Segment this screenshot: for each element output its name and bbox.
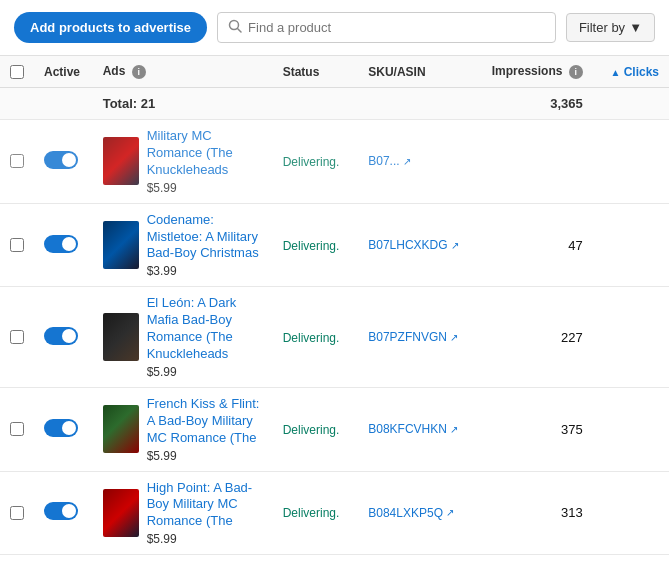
search-input[interactable] (248, 20, 545, 35)
status-badge: Delivering. (283, 331, 340, 345)
filter-button[interactable]: Filter by ▼ (566, 13, 655, 42)
product-cell: Military MC Romance (The Knuckleheads $5… (103, 128, 263, 195)
row-active-cell (34, 387, 93, 471)
product-image-inner (103, 405, 139, 453)
total-impressions: 3,365 (482, 88, 593, 120)
ads-info-icon[interactable]: i (132, 65, 146, 79)
row-checkbox-cell (0, 203, 34, 287)
header-clicks: ▲ Clicks (593, 56, 669, 88)
impressions-value: 227 (561, 330, 583, 345)
sku-link[interactable]: B07... ↗ (368, 154, 471, 168)
product-info: Military MC Romance (The Knuckleheads $5… (147, 128, 263, 195)
row-clicks-cell (593, 471, 669, 555)
active-toggle[interactable] (44, 419, 78, 437)
product-image-inner (103, 221, 139, 269)
add-products-button[interactable]: Add products to advertise (14, 12, 207, 43)
row-sku-cell: B084LXKP5Q ↗ (358, 471, 481, 555)
product-cell: El León: A Dark Mafia Bad-Boy Romance (T… (103, 295, 263, 379)
sku-link[interactable]: B07LHCXKDG ↗ (368, 238, 471, 252)
row-checkbox[interactable] (10, 330, 24, 344)
product-price: $5.99 (147, 181, 263, 195)
products-table-wrap: Active Ads i Status SKU/ASIN Impressions… (0, 56, 669, 555)
header-active: Active (34, 56, 93, 88)
product-price: $3.99 (147, 264, 263, 278)
sort-up-icon: ▲ (610, 67, 620, 78)
table-row: High Point: A Bad-Boy Military MC Romanc… (0, 471, 669, 555)
header-impressions: Impressions i (482, 56, 593, 88)
row-active-cell (34, 471, 93, 555)
header-sku: SKU/ASIN (358, 56, 481, 88)
table-row: Codename: Mistletoe: A Military Bad-Boy … (0, 203, 669, 287)
row-active-cell (34, 120, 93, 204)
header-checkbox-cell (0, 56, 34, 88)
table-row: Military MC Romance (The Knuckleheads $5… (0, 120, 669, 204)
total-sku (358, 88, 481, 120)
status-badge: Delivering. (283, 155, 340, 169)
table-row: French Kiss & Flint: A Bad-Boy Military … (0, 387, 669, 471)
impressions-value: 313 (561, 505, 583, 520)
row-sku-cell: B08KFCVHKN ↗ (358, 387, 481, 471)
row-checkbox[interactable] (10, 506, 24, 520)
row-clicks-cell (593, 387, 669, 471)
total-status (273, 88, 359, 120)
toolbar: Add products to advertise Filter by ▼ (0, 0, 669, 56)
row-active-cell (34, 203, 93, 287)
total-check (0, 88, 34, 120)
product-title[interactable]: High Point: A Bad-Boy Military MC Romanc… (147, 480, 263, 531)
row-ads-cell: El León: A Dark Mafia Bad-Boy Romance (T… (93, 287, 273, 388)
product-image-inner (103, 313, 139, 361)
active-toggle[interactable] (44, 235, 78, 253)
external-link-icon: ↗ (450, 332, 458, 343)
product-price: $5.99 (147, 532, 263, 546)
row-checkbox-cell (0, 471, 34, 555)
row-status-cell: Delivering. (273, 287, 359, 388)
active-toggle[interactable] (44, 151, 78, 169)
product-cell: Codename: Mistletoe: A Military Bad-Boy … (103, 212, 263, 279)
impressions-value: 47 (568, 238, 582, 253)
table-header-row: Active Ads i Status SKU/ASIN Impressions… (0, 56, 669, 88)
row-checkbox[interactable] (10, 154, 24, 168)
row-ads-cell: French Kiss & Flint: A Bad-Boy Military … (93, 387, 273, 471)
row-sku-cell: B07LHCXKDG ↗ (358, 203, 481, 287)
product-title[interactable]: Military MC Romance (The Knuckleheads (147, 128, 263, 179)
total-label: Total: 21 (93, 88, 273, 120)
active-toggle[interactable] (44, 502, 78, 520)
total-clicks (593, 88, 669, 120)
products-table: Active Ads i Status SKU/ASIN Impressions… (0, 56, 669, 555)
row-sku-cell: B07... ↗ (358, 120, 481, 204)
product-info: French Kiss & Flint: A Bad-Boy Military … (147, 396, 263, 463)
external-link-icon: ↗ (446, 507, 454, 518)
row-checkbox-cell (0, 387, 34, 471)
row-impressions-cell: 313 (482, 471, 593, 555)
row-checkbox[interactable] (10, 422, 24, 436)
sku-link[interactable]: B084LXKP5Q ↗ (368, 506, 471, 520)
product-info: High Point: A Bad-Boy Military MC Romanc… (147, 480, 263, 547)
product-cell: French Kiss & Flint: A Bad-Boy Military … (103, 396, 263, 463)
product-image-inner (103, 137, 139, 185)
status-badge: Delivering. (283, 423, 340, 437)
row-sku-cell: B07PZFNVGN ↗ (358, 287, 481, 388)
search-container (217, 12, 556, 43)
active-toggle[interactable] (44, 327, 78, 345)
impressions-info-icon[interactable]: i (569, 65, 583, 79)
total-active (34, 88, 93, 120)
total-row: Total: 21 3,365 (0, 88, 669, 120)
product-title[interactable]: Codename: Mistletoe: A Military Bad-Boy … (147, 212, 263, 263)
row-status-cell: Delivering. (273, 387, 359, 471)
product-price: $5.99 (147, 365, 263, 379)
row-impressions-cell: 47 (482, 203, 593, 287)
sku-link[interactable]: B08KFCVHKN ↗ (368, 422, 471, 436)
sku-link[interactable]: B07PZFNVGN ↗ (368, 330, 471, 344)
select-all-checkbox[interactable] (10, 65, 24, 79)
product-image (103, 405, 139, 453)
product-title[interactable]: El León: A Dark Mafia Bad-Boy Romance (T… (147, 295, 263, 363)
product-title[interactable]: French Kiss & Flint: A Bad-Boy Military … (147, 396, 263, 447)
external-link-icon: ↗ (450, 424, 458, 435)
status-badge: Delivering. (283, 506, 340, 520)
product-image-inner (103, 489, 139, 537)
row-checkbox[interactable] (10, 238, 24, 252)
row-status-cell: Delivering. (273, 471, 359, 555)
row-impressions-cell: 375 (482, 387, 593, 471)
table-row: El León: A Dark Mafia Bad-Boy Romance (T… (0, 287, 669, 388)
impressions-value: 375 (561, 422, 583, 437)
